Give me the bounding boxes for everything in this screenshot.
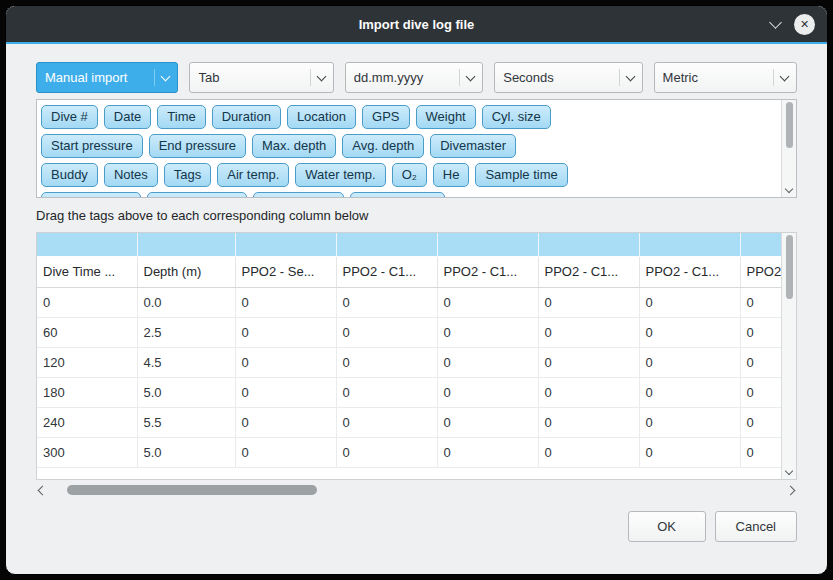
scroll-left-icon[interactable] — [38, 485, 48, 495]
tag-he[interactable]: He — [433, 163, 470, 187]
table-cell: 0 — [235, 407, 336, 437]
column-drop-target[interactable] — [137, 233, 235, 256]
combo-dd-mm-yyyy[interactable]: dd.mm.yyyy — [345, 62, 483, 93]
table-cell: 0 — [538, 377, 639, 407]
chevron-down-icon — [466, 71, 476, 81]
combo-metric[interactable]: Metric — [654, 62, 797, 93]
tags-scrollbar[interactable] — [781, 100, 796, 197]
tag-dive[interactable]: Dive # — [41, 105, 98, 129]
table-row: 2405.5000000 — [37, 407, 781, 437]
table-cell: 0 — [235, 437, 336, 467]
table-cell: 0 — [437, 407, 538, 437]
table-cell: 2.5 — [137, 317, 235, 347]
combo-tab[interactable]: Tab — [189, 62, 333, 93]
table-cell: 0 — [336, 287, 437, 317]
chevron-down-icon[interactable] — [769, 16, 782, 29]
scroll-right-icon[interactable] — [786, 485, 796, 495]
close-button[interactable]: ✕ — [794, 14, 815, 35]
tag-max-depth[interactable]: Max. depth — [252, 134, 336, 158]
column-drop-target[interactable] — [437, 233, 538, 256]
tag-weight[interactable]: Weight — [416, 105, 476, 129]
table-header-row: Dive Time ...Depth (m)PPO2 - Se...PPO2 -… — [37, 256, 781, 287]
combo-value: Seconds — [503, 70, 611, 85]
horizontal-scrollbar-track[interactable] — [49, 482, 784, 498]
table-scrollbar-thumb[interactable] — [786, 235, 793, 299]
cancel-button[interactable]: Cancel — [715, 511, 797, 542]
tag-water-temp[interactable]: Water temp. — [295, 163, 385, 187]
table-cell: 0 — [235, 317, 336, 347]
table-cell: 0 — [336, 377, 437, 407]
table-cell: 5.5 — [137, 407, 235, 437]
column-header: PPO2 - C1... — [437, 256, 538, 287]
table-scrollbar[interactable] — [781, 233, 796, 479]
column-drop-target[interactable] — [336, 233, 437, 256]
table-cell: 0 — [538, 407, 639, 437]
tag-gps[interactable]: GPS — [362, 105, 409, 129]
table-cell: 0 — [336, 317, 437, 347]
dialog-buttons: OK Cancel — [36, 511, 797, 542]
tag-start-pressure[interactable]: Start pressure — [41, 134, 143, 158]
import-dialog: Import dive log file ✕ Manual importTabd… — [5, 5, 828, 575]
table-cell: 5.0 — [137, 437, 235, 467]
table-cell: 0 — [538, 437, 639, 467]
column-header: PPO2 - C1... — [639, 256, 740, 287]
table-row: 3005.0000000 — [37, 437, 781, 467]
scroll-down-icon[interactable] — [785, 185, 793, 193]
tags-scrollbar-thumb[interactable] — [786, 102, 793, 148]
horizontal-scrollbar[interactable] — [36, 482, 797, 498]
column-drop-target[interactable] — [538, 233, 639, 256]
preview-table-panel: Dive Time ...Depth (m)PPO2 - Se...PPO2 -… — [36, 232, 797, 480]
tag-o[interactable]: O₂ — [392, 163, 427, 187]
table-cell: 0 — [437, 377, 538, 407]
tag-buddy[interactable]: Buddy — [41, 163, 98, 187]
combo-separator — [310, 69, 311, 86]
combo-seconds[interactable]: Seconds — [494, 62, 642, 93]
table-cell: 0 — [639, 287, 740, 317]
window-title: Import dive log file — [359, 17, 475, 32]
combo-manual-import[interactable]: Manual import — [36, 62, 178, 93]
table-cell: 0 — [336, 407, 437, 437]
table-cell: 180 — [37, 377, 137, 407]
column-drop-target[interactable] — [639, 233, 740, 256]
tag-air-temp[interactable]: Air temp. — [217, 163, 289, 187]
table-cell: 0 — [740, 317, 781, 347]
tag-sample-depth[interactable]: Sample depth — [41, 192, 141, 197]
tag-notes[interactable]: Notes — [104, 163, 158, 187]
tag-sample-temp[interactable]: Sample temp. — [147, 192, 247, 197]
tag-time[interactable]: Time — [157, 105, 205, 129]
tag-sample-po[interactable]: Sample pO₂ — [253, 192, 343, 197]
chevron-down-icon — [780, 71, 790, 81]
preview-table: Dive Time ...Depth (m)PPO2 - Se...PPO2 -… — [37, 233, 781, 468]
table-cell: 0 — [740, 377, 781, 407]
tag-duration[interactable]: Duration — [212, 105, 281, 129]
tag-cyl-size[interactable]: Cyl. size — [482, 105, 551, 129]
column-drop-target[interactable] — [740, 233, 781, 256]
table-row: 1204.5000000 — [37, 347, 781, 377]
table-cell: 0 — [437, 317, 538, 347]
column-drop-target[interactable] — [235, 233, 336, 256]
table-row: 00.0000000 — [37, 287, 781, 317]
tag-tags[interactable]: Tags — [164, 163, 211, 187]
horizontal-scrollbar-thumb[interactable] — [67, 485, 317, 495]
tag-row: Start pressureEnd pressureMax. depthAvg.… — [41, 134, 777, 158]
tag-row: Sample depthSample temp.Sample pO₂Sample… — [41, 192, 777, 197]
tag-location[interactable]: Location — [287, 105, 356, 129]
tag-avg-depth[interactable]: Avg. depth — [342, 134, 424, 158]
table-cell: 0 — [740, 407, 781, 437]
table-cell: 0 — [639, 317, 740, 347]
table-cell: 0 — [740, 287, 781, 317]
combo-separator — [619, 69, 620, 86]
column-drop-target[interactable] — [37, 233, 137, 256]
tag-sample-cns[interactable]: Sample CNS — [350, 192, 445, 197]
titlebar-controls: ✕ — [771, 6, 815, 42]
table-cell: 0 — [437, 287, 538, 317]
tag-sample-time[interactable]: Sample time — [475, 163, 567, 187]
table-row: 1805.0000000 — [37, 377, 781, 407]
table-cell: 0 — [538, 317, 639, 347]
ok-button[interactable]: OK — [628, 511, 706, 542]
tag-date[interactable]: Date — [104, 105, 151, 129]
scroll-down-icon[interactable] — [785, 467, 793, 475]
tag-end-pressure[interactable]: End pressure — [149, 134, 246, 158]
tag-divemaster[interactable]: Divemaster — [430, 134, 516, 158]
table-cell: 5.0 — [137, 377, 235, 407]
